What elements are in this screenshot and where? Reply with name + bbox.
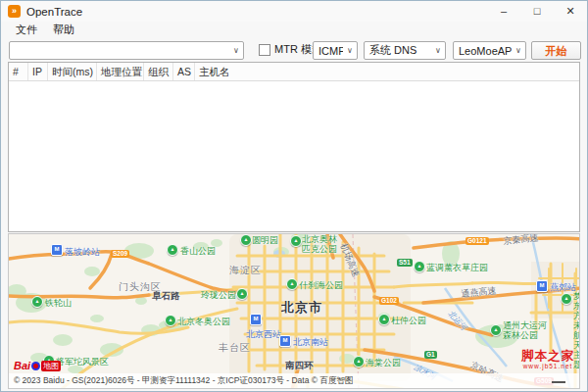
map-label: 京秦高速 [503,233,539,246]
map-panel[interactable]: 落坡岭站香山公园圆明园北京奥林 匹克公园海淀区门头沟区铁轮山阜石路玲珑公园什刹海… [8,233,580,389]
baidu-map-badge: 地图 [41,361,61,371]
results-table: #IP时间(ms)地理位置组织AS主机名 [8,62,580,232]
map-label: 北运河 [446,309,468,333]
map-label: 北京南站 [293,337,328,347]
road-badge: G102 [379,297,399,305]
checkbox-box[interactable] [259,44,270,56]
window-title: OpenTrace [26,6,82,18]
map-label: 将军坨风景区 [56,357,109,367]
protocol-value: ICMP [314,45,343,57]
column-header[interactable]: AS [173,63,195,80]
chevron-down-icon: ∨ [343,46,357,55]
park-icon: ▲ [236,288,248,300]
watermark-title: 脚本之家 [519,350,576,363]
map-label: 北京奥林 匹克公园 [302,234,337,254]
map-label: 北京冬奥公园 [177,317,230,326]
chevron-down-icon: ∨ [431,46,445,55]
dns-value: 系统 DNS [365,43,431,58]
station-icon: M [279,335,291,347]
results-table-header: #IP时间(ms)地理位置组织AS主机名 [9,63,579,81]
park-icon: ▲ [490,324,502,336]
chevron-down-icon: ∨ [512,46,525,55]
column-header[interactable]: 组织 [144,63,173,80]
park-icon: ▲ [414,261,425,272]
maximize-button[interactable]: □ [520,1,554,22]
menu-item-file[interactable]: 文件 [8,22,45,38]
baidu-logo-text: Bai [14,360,30,371]
target-host-combobox[interactable]: ∨ [9,41,244,60]
map-label: 蓝调薰衣草庄园 [426,263,488,272]
map-label: 杜仲公园 [391,316,426,325]
start-button[interactable]: 开始 [531,41,581,60]
map-overlays: 落坡岭站香山公园圆明园北京奥林 匹克公园海淀区门头沟区铁轮山阜石路玲珑公园什刹海… [9,234,579,388]
opentrace-window: » OpenTrace – □ ✕ 文件帮助 ∨ MTR 模式 ICMP ∨ 系… [0,0,588,392]
park-icon: ▲ [561,293,572,305]
map-label: 通州大运河 森林公园 [503,320,547,340]
menu-item-help[interactable]: 帮助 [45,22,82,38]
park-icon: ▲ [290,235,302,247]
map-label: 北京西站 [246,329,281,339]
map-label: 圆明园 [252,235,278,245]
minimize-button[interactable]: – [487,1,520,22]
map-label: 南四环 [285,361,314,370]
map-label: 北京市 [281,303,322,313]
park-icon: ▲ [240,234,252,246]
park-icon: ▲ [165,315,176,326]
road-badge: S51 [397,259,413,267]
map-label: 机场高速 [339,242,362,278]
map-label: 海淀区 [229,266,262,275]
protocol-select[interactable]: ICMP ∨ [313,41,358,60]
column-header[interactable]: 地理位置 [97,63,144,80]
map-scale-bar [552,381,565,383]
map-label: 香山公园 [180,246,216,256]
close-button[interactable]: ✕ [554,1,587,22]
menu-bar: 文件帮助 [1,22,587,38]
station-icon: M [51,244,63,256]
road-badge: G0121 [466,237,489,245]
park-icon: ▲ [378,314,390,325]
park-icon: ▲ [286,278,298,290]
column-header[interactable]: 主机名 [195,63,579,80]
map-label: 阜石路 [152,291,180,301]
app-icon: » [8,5,21,18]
baidu-logo[interactable]: Bai 地图 [14,360,61,371]
baidu-paw-icon [31,362,40,370]
station-icon: M [250,314,262,325]
chevron-down-icon[interactable]: ∨ [229,46,243,55]
park-icon: ▲ [31,296,43,308]
title-bar[interactable]: » OpenTrace – □ ✕ [1,1,587,22]
map-label: 什刹海公园 [299,280,343,290]
park-icon: ▲ [167,244,178,256]
map-label: 玲珑公园 [201,290,236,300]
column-header[interactable]: # [9,63,28,80]
watermark: 脚本之家 www.jb51.net [519,350,576,370]
map-label: 燕郊站 [550,282,576,292]
watermark-url: www.jb51.net [519,363,576,370]
results-table-body[interactable] [9,81,579,233]
road-badge: G1 [424,351,437,359]
map-label: 落坡岭站 [65,247,100,257]
api-value: LeoMoeAPI [454,45,512,57]
map-attribution: © 2023 Baidu - GS(2021)6026号 - 甲测资字11111… [9,373,579,388]
map-label: 铁轮山 [45,298,72,308]
map-label: 海棠公园 [366,358,401,368]
toolbar: ∨ MTR 模式 ICMP ∨ 系统 DNS ∨ LeoMoeAPI ∨ 开始 [1,38,587,62]
park-icon: ▲ [353,356,365,368]
column-header[interactable]: 时间(ms) [48,63,97,80]
dns-select[interactable]: 系统 DNS ∨ [364,41,446,60]
road-badge: S209 [111,250,129,258]
api-select[interactable]: LeoMoeAPI ∨ [453,41,526,60]
map-label: 通燕高速 [461,285,497,299]
window-controls: – □ ✕ [487,1,587,22]
map-label: 丰台区 [219,343,251,353]
station-icon: M [536,280,548,292]
column-header[interactable]: IP [28,63,48,80]
target-host-input[interactable] [10,42,229,59]
